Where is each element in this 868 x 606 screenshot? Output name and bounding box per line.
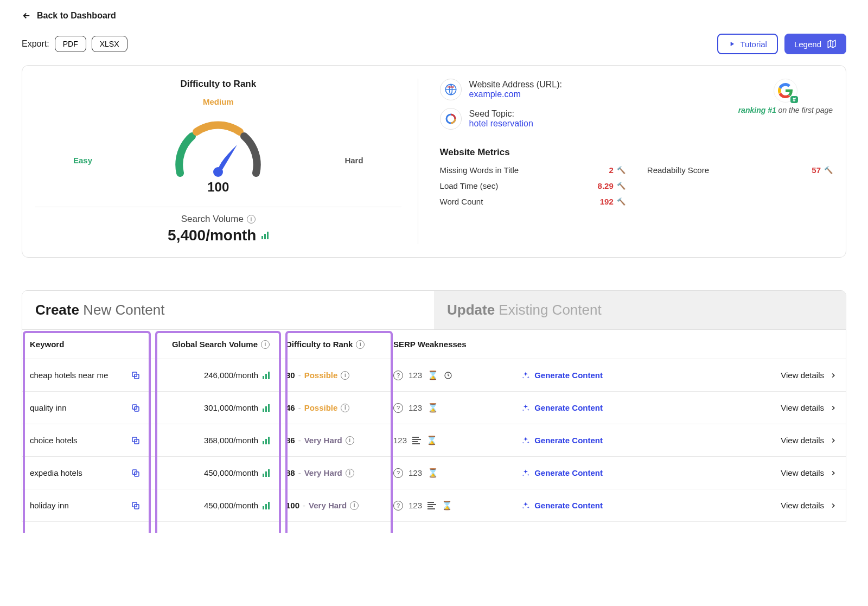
hourglass-icon: ⌛ — [427, 370, 438, 380]
col-volume-header: Global Search Volumei — [147, 340, 270, 349]
seed-value[interactable]: hotel reservation — [469, 119, 533, 128]
sparkle-icon — [521, 404, 530, 412]
keyword-text: quality inn — [30, 403, 67, 412]
copy-icon[interactable] — [131, 403, 141, 413]
info-icon[interactable]: i — [350, 501, 359, 510]
info-icon[interactable]: i — [261, 340, 270, 349]
load-time-label: Load Time (sec) — [440, 181, 499, 190]
gauge-hard-label: Hard — [344, 156, 363, 165]
difficulty-label: Possible — [304, 403, 338, 412]
generate-content-link[interactable]: Generate Content — [483, 371, 603, 380]
table-row: holiday inn450,000/month100-Very Hardi?1… — [22, 489, 846, 522]
url-value[interactable]: example.com — [469, 90, 521, 99]
sparkle-icon — [521, 501, 530, 510]
generate-content-link[interactable]: Generate Content — [483, 468, 603, 477]
export-pdf-button[interactable]: PDF — [55, 36, 86, 52]
export-xlsx-button[interactable]: XLSX — [92, 36, 127, 52]
chevron-right-icon — [829, 502, 837, 509]
difficulty-label: Possible — [304, 371, 338, 380]
gauge-medium-label: Medium — [203, 97, 234, 106]
info-icon[interactable]: i — [341, 371, 349, 380]
table-row: quality inn301,000/month46-Possiblei?123… — [22, 392, 846, 424]
generate-content-link[interactable]: Generate Content — [483, 403, 603, 412]
view-details-link[interactable]: View details — [603, 468, 846, 477]
search-volume-label: Search Volume i — [35, 214, 401, 225]
word-count-value: 192🔨 — [600, 197, 626, 206]
question-icon: ? — [393, 501, 403, 511]
table-row: choice hotels368,000/month86-Very Hardi1… — [22, 424, 846, 457]
svg-point-0 — [213, 167, 223, 177]
hourglass-icon: ⌛ — [442, 500, 452, 511]
hammer-icon: 🔨 — [617, 197, 626, 206]
difficulty-label: Very Hard — [304, 468, 342, 477]
bar-chart-icon — [263, 469, 270, 477]
difficulty-number: 88 — [286, 468, 295, 477]
gauge-score: 100 — [207, 180, 229, 195]
hourglass-icon: ⌛ — [426, 435, 437, 445]
info-icon[interactable]: i — [356, 340, 365, 349]
info-icon[interactable]: i — [247, 215, 256, 224]
search-volume-value: 5,400/month — [35, 227, 401, 244]
difficulty-label: Very Hard — [304, 436, 342, 445]
view-details-link[interactable]: View details — [603, 501, 846, 510]
copy-icon[interactable] — [131, 468, 141, 478]
generate-content-link[interactable]: Generate Content — [483, 501, 603, 510]
difficulty-number: 100 — [286, 501, 299, 510]
hourglass-icon: ⌛ — [427, 468, 438, 478]
google-icon: # — [774, 79, 797, 103]
serp-weaknesses: ?123⌛ — [386, 500, 483, 511]
hourglass-icon: ⌛ — [427, 403, 438, 413]
copy-icon[interactable] — [131, 436, 141, 445]
view-details-link[interactable]: View details — [603, 436, 846, 445]
chevron-right-icon — [829, 469, 837, 477]
chevron-right-icon — [829, 404, 837, 412]
clock-icon — [444, 371, 452, 380]
copy-icon[interactable] — [131, 371, 141, 380]
volume-value: 246,000/month — [204, 371, 258, 380]
keyword-text: cheap hotels near me — [30, 371, 108, 380]
website-metrics-title: Website Metrics — [440, 147, 833, 158]
col-difficulty-header: Difficulty to Ranki — [286, 340, 386, 349]
hammer-icon: 🔨 — [617, 166, 626, 174]
bar-chart-icon — [263, 372, 270, 379]
serp-weaknesses: 123⌛ — [386, 435, 483, 445]
missing-words-value: 2🔨 — [609, 165, 625, 175]
back-to-dashboard-link[interactable]: Back to Dashboard — [22, 11, 846, 21]
seed-label: Seed Topic: — [469, 109, 533, 119]
chevron-right-icon — [829, 372, 837, 379]
copy-icon[interactable] — [131, 501, 141, 511]
view-details-link[interactable]: View details — [603, 403, 846, 412]
svg-text:www: www — [446, 85, 454, 88]
serp-weaknesses: ?123⌛ — [386, 468, 483, 478]
magnify-ring-icon — [440, 108, 462, 130]
sparkle-icon — [521, 436, 530, 445]
load-time-value: 8.29🔨 — [598, 181, 626, 190]
info-icon[interactable]: i — [341, 404, 349, 412]
generate-content-link[interactable]: Generate Content — [483, 436, 603, 445]
tab-create-content[interactable]: Create New Content — [22, 291, 434, 329]
export-row: Export: PDF XLSX — [22, 36, 127, 52]
serp-weaknesses: ?123⌛ — [386, 370, 483, 380]
url-label: Website Address (URL): — [469, 80, 562, 90]
table-header: Keyword Global Search Volumei Difficulty… — [22, 330, 846, 359]
view-details-link[interactable]: View details — [603, 371, 846, 380]
volume-value: 301,000/month — [204, 403, 258, 412]
bar-chart-icon — [263, 404, 270, 412]
serp-123-label: 123 — [409, 371, 422, 380]
tab-update-content[interactable]: Update Existing Content — [434, 291, 846, 329]
keyword-text: choice hotels — [30, 436, 78, 445]
difficulty-number: 30 — [286, 371, 295, 380]
difficulty-gauge: Easy Medium Hard 100 — [35, 92, 401, 200]
difficulty-number: 46 — [286, 403, 295, 412]
info-icon[interactable]: i — [346, 469, 354, 477]
serp-123-label: 123 — [409, 468, 422, 477]
hammer-icon: 🔨 — [824, 166, 833, 174]
info-icon[interactable]: i — [346, 436, 354, 445]
sparkle-icon — [521, 371, 530, 380]
legend-button[interactable]: Legend — [784, 34, 846, 54]
gauge-easy-label: Easy — [73, 156, 92, 165]
tutorial-button[interactable]: Tutorial — [717, 34, 777, 54]
difficulty-title: Difficulty to Rank — [35, 79, 401, 90]
serp-weaknesses: ?123⌛ — [386, 403, 483, 413]
col-serp-header: SERP Weaknesses — [393, 340, 483, 349]
